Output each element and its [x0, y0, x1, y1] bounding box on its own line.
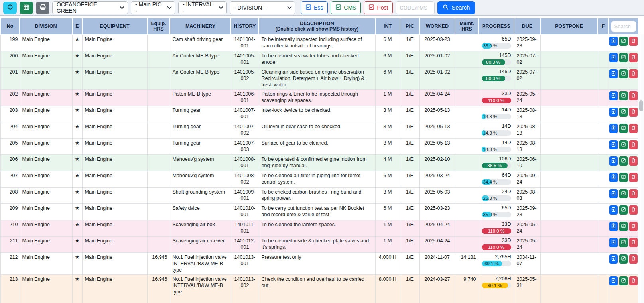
delete-row-button[interactable] — [629, 276, 638, 285]
delete-row-button[interactable] — [629, 173, 638, 182]
header-postpone[interactable]: POSTPONE — [540, 18, 598, 35]
cell-description[interactable]: To be carry out function test as per NK … — [259, 203, 375, 220]
copy-row-button[interactable] — [609, 222, 618, 231]
edit-row-button[interactable] — [619, 37, 628, 46]
post-filter-button[interactable]: Post — [364, 1, 393, 14]
cell-description[interactable]: Surface of gear to be cleaned. — [259, 138, 375, 154]
header-description[interactable]: DESCRIPTION (Double-click will show PMS … — [259, 18, 375, 35]
delete-row-button[interactable] — [629, 156, 638, 166]
delete-row-button[interactable] — [629, 205, 638, 215]
vessel-select[interactable]: OCEANOFFICE GREEN — [52, 1, 128, 14]
copy-row-button[interactable] — [609, 189, 618, 198]
refresh-button[interactable] — [3, 2, 17, 14]
table-row[interactable]: 208Main Engine★Main EngineShaft groundin… — [0, 187, 638, 203]
delete-row-button[interactable] — [629, 238, 638, 247]
header-equipment[interactable]: EQUIPMENT — [82, 18, 147, 35]
delete-row-button[interactable] — [629, 69, 638, 78]
table-row[interactable]: 211Main Engine★Main EngineScavenging air… — [0, 236, 638, 252]
header-equip-hrs[interactable]: Equip. HRS — [147, 18, 170, 35]
table-row[interactable]: 209Main Engine★Main EngineSafety dvice14… — [0, 203, 638, 220]
edit-row-button[interactable] — [619, 254, 628, 264]
delete-row-button[interactable] — [629, 53, 638, 62]
header-pic[interactable]: PIC — [400, 18, 419, 35]
cell-description[interactable]: Oil level in gear case to be checked. — [259, 122, 375, 138]
copy-row-button[interactable] — [609, 173, 618, 182]
copy-row-button[interactable] — [609, 91, 618, 100]
header-f[interactable]: F — [598, 18, 609, 35]
cell-description[interactable]: To be cleaned air filter in piping line … — [259, 171, 375, 187]
cell-description[interactable]: Check the condition and overhaul to be c… — [259, 274, 375, 303]
header-essential[interactable]: E — [72, 18, 82, 35]
edit-row-button[interactable] — [619, 238, 628, 247]
cell-description[interactable]: To be cleaned the lantern spaces. — [259, 220, 375, 236]
cell-description[interactable]: To be cleaned inside & checked plate val… — [259, 236, 375, 252]
copy-row-button[interactable] — [609, 156, 618, 166]
division-select[interactable]: - DIVISION - — [230, 1, 295, 14]
edit-row-button[interactable] — [619, 276, 628, 285]
edit-row-button[interactable] — [619, 140, 628, 149]
copy-row-button[interactable] — [609, 205, 618, 215]
table-row[interactable]: 206Main Engine★Main EngineManoeuv'g syst… — [0, 154, 638, 171]
delete-row-button[interactable] — [629, 108, 638, 117]
header-division[interactable]: DIVISION — [20, 18, 72, 35]
table-row[interactable]: 202Main Engine★Main EnginePiston ME-B ty… — [0, 89, 638, 106]
cell-description[interactable]: To be cheked carbon brushes , ring bund … — [259, 187, 375, 203]
edit-row-button[interactable] — [619, 108, 628, 117]
interval-select[interactable]: - INTERVAL - — [178, 1, 227, 14]
copy-row-button[interactable] — [609, 108, 618, 117]
header-progress[interactable]: PROGRESS — [479, 18, 514, 35]
cell-description[interactable]: To be operated & confirmed engine motion… — [259, 154, 375, 171]
print-button[interactable] — [36, 2, 49, 14]
delete-row-button[interactable] — [629, 124, 638, 133]
table-row[interactable]: 210Main Engine★Main EngineScavenging air… — [0, 220, 638, 236]
header-machinery[interactable]: MACHINERY — [170, 18, 231, 35]
table-row[interactable]: 213Main Engine★Main Engine16,946No.1 Fue… — [0, 274, 638, 303]
table-row[interactable]: 207Main Engine★Main EngineManoeuv'g syst… — [0, 171, 638, 187]
main-pic-select[interactable]: - Main PIC - — [131, 1, 175, 14]
edit-row-button[interactable] — [619, 124, 628, 133]
copy-row-button[interactable] — [609, 124, 618, 133]
copy-row-button[interactable] — [609, 254, 618, 264]
table-view-button[interactable] — [20, 2, 33, 14]
table-row[interactable]: 200Main Engine★Main EngineAir Cooler ME-… — [0, 51, 638, 67]
copy-row-button[interactable] — [609, 37, 618, 46]
table-row[interactable]: 205Main Engine★Main EngineTurning gear14… — [0, 138, 638, 154]
cell-description[interactable]: To be cleaned sea water tubes and checke… — [259, 51, 375, 67]
edit-row-button[interactable] — [619, 53, 628, 62]
delete-row-button[interactable] — [629, 37, 638, 46]
cell-description[interactable]: Inter-lock device to be checked. — [259, 106, 375, 122]
header-int[interactable]: INT — [375, 18, 400, 35]
table-row[interactable]: 199Main Engine★Main EngineCam shaft driv… — [0, 35, 638, 51]
edit-row-button[interactable] — [619, 173, 628, 182]
copy-row-button[interactable] — [609, 69, 618, 78]
delete-row-button[interactable] — [629, 189, 638, 198]
table-search-input[interactable] — [611, 21, 636, 32]
edit-row-button[interactable] — [619, 69, 628, 78]
table-row[interactable]: 201Main Engine★Main EngineAir Cooler ME-… — [0, 67, 638, 89]
search-button[interactable]: Search — [437, 1, 475, 14]
delete-row-button[interactable] — [629, 140, 638, 149]
cell-description[interactable]: Cleaning air side based on engine observ… — [259, 67, 375, 89]
edit-row-button[interactable] — [619, 205, 628, 215]
header-no[interactable]: No — [0, 18, 20, 35]
edit-row-button[interactable] — [619, 189, 628, 198]
header-worked[interactable]: WORKED — [419, 18, 455, 35]
header-due[interactable]: DUE — [514, 18, 540, 35]
edit-row-button[interactable] — [619, 156, 628, 166]
copy-row-button[interactable] — [609, 238, 618, 247]
edit-row-button[interactable] — [619, 222, 628, 231]
cell-description[interactable]: Piston rings & Liner to be inspected thr… — [259, 89, 375, 106]
copy-row-button[interactable] — [609, 276, 618, 285]
delete-row-button[interactable] — [629, 91, 638, 100]
table-row[interactable]: 203Main Engine★Main EngineTurning gear14… — [0, 106, 638, 122]
code-pms-input[interactable] — [396, 1, 435, 14]
edit-row-button[interactable] — [619, 91, 628, 100]
ess-filter-button[interactable]: Ess — [301, 1, 328, 14]
table-row[interactable]: 212Main Engine★Main Engine16,946No.1 Fue… — [0, 252, 638, 274]
cell-description[interactable]: To be internally inspected including sur… — [259, 35, 375, 51]
header-history[interactable]: HISTORY — [231, 18, 259, 35]
vertical-scrollbar[interactable] — [638, 34, 644, 303]
copy-row-button[interactable] — [609, 140, 618, 149]
scrollbar-thumb[interactable] — [639, 100, 643, 111]
cms-filter-button[interactable]: CMS — [331, 1, 361, 14]
